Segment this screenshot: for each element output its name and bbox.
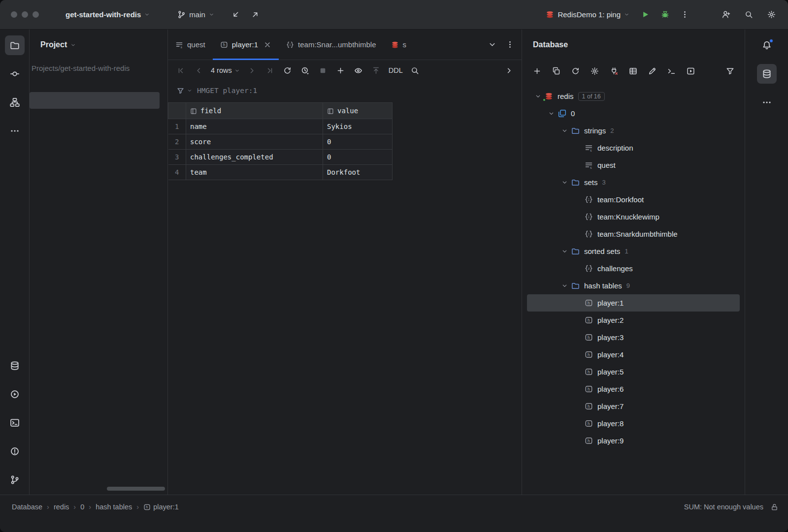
more-tool-windows-button[interactable]: [5, 121, 25, 141]
tree-item-sets[interactable]: sets3: [527, 174, 740, 191]
breadcrumb-item-0[interactable]: 0: [80, 503, 84, 511]
run-button[interactable]: [637, 7, 653, 23]
previous-page-button[interactable]: [191, 63, 206, 78]
push-button[interactable]: [248, 7, 263, 23]
tree-item-challenges[interactable]: zchallenges: [527, 260, 740, 277]
commit-tool-button[interactable]: [5, 64, 25, 84]
preview-changes-button[interactable]: [351, 63, 366, 78]
jump-to-console-button[interactable]: [663, 63, 679, 79]
tree-item-hash-tables[interactable]: hash tables9: [527, 277, 740, 294]
disconnect-button[interactable]: [606, 63, 622, 79]
project-root-path[interactable]: Projects/get-started-with-redis: [30, 60, 167, 72]
reload-page-button[interactable]: [280, 63, 296, 78]
tree-item-sorted-sets[interactable]: sorted sets1: [527, 243, 740, 260]
table-row[interactable]: 1nameSykios: [168, 119, 393, 134]
column-header-field[interactable]: field: [186, 103, 323, 119]
tree-item-player-6[interactable]: hplayer:6: [527, 380, 740, 398]
debug-button[interactable]: [657, 7, 673, 23]
code-with-me-button[interactable]: [718, 7, 734, 23]
edit-button[interactable]: [644, 63, 660, 79]
history-button[interactable]: [297, 63, 313, 78]
new-datasource-button[interactable]: [529, 63, 545, 79]
tree-item-strings[interactable]: strings2: [527, 122, 740, 139]
window-zoom-button[interactable]: [33, 11, 39, 18]
horizontal-scrollbar[interactable]: [107, 487, 165, 491]
window-close-button[interactable]: [11, 11, 17, 18]
tab-options-button[interactable]: [502, 37, 518, 53]
terminal-tool-button[interactable]: [5, 413, 25, 433]
tree-item-team-snarkdumbthimble[interactable]: team:Snarkdumbthimble: [527, 225, 740, 243]
notifications-button[interactable]: [757, 35, 777, 55]
tree-item-player-7[interactable]: hplayer:7: [527, 398, 740, 415]
find-button[interactable]: [407, 63, 423, 78]
submit-changes-button[interactable]: [368, 63, 384, 78]
lock-icon[interactable]: [771, 503, 778, 511]
breadcrumb-item-player-1[interactable]: hplayer:1: [143, 503, 179, 511]
database-tool-button[interactable]: [5, 356, 25, 376]
more-run-actions-button[interactable]: [677, 7, 692, 23]
tab-redis-console[interactable]: s: [384, 30, 414, 60]
database-tool-button-right[interactable]: [757, 64, 777, 84]
add-row-button[interactable]: [333, 63, 349, 78]
cell-value[interactable]: 0: [323, 134, 393, 150]
cell-field[interactable]: challenges_completed: [186, 150, 323, 165]
chevron-down-icon[interactable]: [558, 179, 570, 186]
tab-player-1[interactable]: h player:1: [213, 30, 279, 60]
tree-item-player-4[interactable]: hplayer:4: [527, 346, 740, 363]
tab-quest[interactable]: s quest: [168, 30, 213, 60]
tree-item-player-5[interactable]: hplayer:5: [527, 363, 740, 380]
duplicate-button[interactable]: [548, 63, 564, 79]
settings-button[interactable]: [763, 7, 779, 23]
chevron-down-icon[interactable]: [558, 282, 570, 289]
search-everywhere-button[interactable]: [741, 7, 756, 23]
breadcrumb-item-redis[interactable]: redis: [54, 503, 69, 511]
page-size-dropdown[interactable]: 4 rows: [208, 63, 242, 78]
refresh-button[interactable]: [567, 63, 583, 79]
run-config-widget[interactable]: RedisDemo 1: ping: [541, 7, 634, 22]
project-selected-item[interactable]: [30, 92, 160, 109]
column-header-value[interactable]: value: [323, 103, 393, 119]
more-tool-windows-button-right[interactable]: [757, 93, 777, 112]
cell-value[interactable]: Sykios: [323, 119, 393, 134]
services-tool-button[interactable]: [5, 384, 25, 404]
tab-team-snarkdumbthimble[interactable]: team:Snar...umbthimble: [279, 30, 383, 60]
tree-item-player-1[interactable]: hplayer:1: [527, 294, 740, 312]
version-control-tool-button[interactable]: [5, 470, 25, 490]
last-page-button[interactable]: [262, 63, 278, 78]
chevron-down-icon[interactable]: [558, 248, 570, 254]
ddl-button[interactable]: DDL: [386, 63, 405, 78]
update-project-button[interactable]: [228, 7, 244, 23]
tab-list-dropdown-button[interactable]: [484, 37, 500, 53]
breadcrumb-item-hash-tables[interactable]: hash tables: [96, 503, 132, 511]
cell-field[interactable]: score: [186, 134, 323, 150]
run-console-button[interactable]: [683, 63, 698, 79]
tree-item-player-3[interactable]: hplayer:3: [527, 329, 740, 346]
tree-item-0[interactable]: 0: [527, 105, 740, 122]
table-row[interactable]: 3challenges_completed0: [168, 150, 393, 165]
chevron-down-icon[interactable]: [545, 110, 557, 117]
cell-field[interactable]: name: [186, 119, 323, 134]
tree-item-redis[interactable]: redis1 of 16: [527, 88, 740, 105]
chevron-down-icon[interactable]: [532, 93, 544, 99]
table-row[interactable]: 4teamDorkfoot: [168, 165, 393, 180]
tree-item-team-dorkfoot[interactable]: team:Dorkfoot: [527, 191, 740, 208]
table-row[interactable]: 2score0: [168, 134, 393, 150]
problems-tool-button[interactable]: [5, 441, 25, 461]
project-panel-header[interactable]: Project: [30, 30, 167, 60]
cell-value[interactable]: 0: [323, 150, 393, 165]
cell-value[interactable]: Dorkfoot: [323, 165, 393, 180]
tree-item-player-8[interactable]: hplayer:8: [527, 415, 740, 432]
structure-tool-button[interactable]: [5, 93, 25, 112]
project-tool-button[interactable]: [5, 35, 25, 55]
tree-item-description[interactable]: sdescription: [527, 139, 740, 156]
first-page-button[interactable]: [173, 63, 189, 78]
next-page-button[interactable]: [244, 63, 260, 78]
close-tab-icon[interactable]: [263, 41, 271, 49]
cell-field[interactable]: team: [186, 165, 323, 180]
project-widget[interactable]: get-started-with-redis: [61, 7, 155, 22]
datasource-settings-button[interactable]: [587, 63, 602, 79]
filter-row[interactable]: HMGET player:1: [168, 81, 522, 100]
window-minimize-button[interactable]: [22, 11, 28, 18]
vcs-branch-widget[interactable]: main: [172, 7, 219, 22]
filter-button[interactable]: [722, 63, 738, 79]
